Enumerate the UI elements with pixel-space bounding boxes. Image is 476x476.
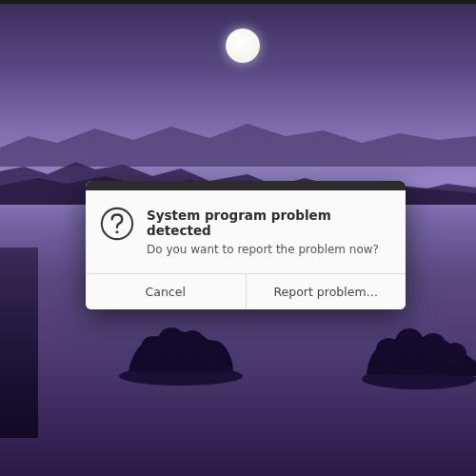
help-icon <box>99 206 135 246</box>
svg-point-11 <box>115 230 118 233</box>
top-panel <box>0 0 476 4</box>
dialog-title: System program problem detected <box>147 208 388 238</box>
dialog-text: System program problem detected Do you w… <box>147 206 388 256</box>
wallpaper-island-right <box>343 314 476 390</box>
error-dialog: System program problem detected Do you w… <box>86 181 406 309</box>
wallpaper-island-left <box>114 314 248 386</box>
svg-point-4 <box>199 340 220 361</box>
wallpaper-shore-left <box>0 248 38 438</box>
dialog-titlebar[interactable] <box>86 181 406 190</box>
dialog-body: System program problem detected Do you w… <box>86 190 406 273</box>
svg-point-9 <box>444 343 466 366</box>
wallpaper-moon <box>226 29 260 63</box>
svg-point-7 <box>395 328 424 357</box>
cancel-button[interactable]: Cancel <box>86 274 247 309</box>
dialog-button-row: Cancel Report problem… <box>86 273 406 309</box>
dialog-subtitle: Do you want to report the problem now? <box>147 243 388 256</box>
report-problem-button[interactable]: Report problem… <box>247 274 407 309</box>
svg-point-8 <box>420 333 446 360</box>
